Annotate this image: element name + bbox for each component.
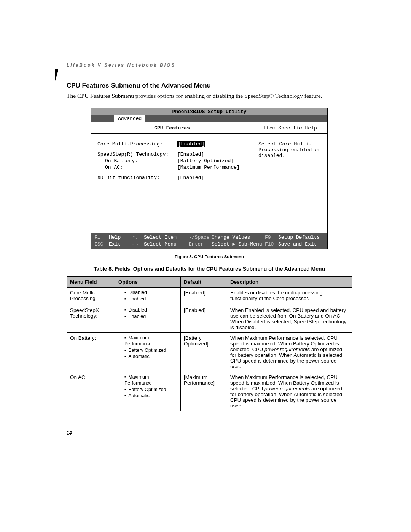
intro-paragraph: The CPU Features Submenu provides option… <box>67 93 352 99</box>
key-select-item: Select Item <box>144 234 189 241</box>
setting-label: On AC: <box>97 165 177 170</box>
setting-value: [Enabled] <box>177 152 204 157</box>
key-f9: F9 <box>265 234 278 241</box>
key-submenu: Select ▶ Sub-Menu <box>212 241 265 248</box>
cell-default: [Enabled] <box>181 288 227 305</box>
option-item: Battery Optimized <box>124 387 177 393</box>
option-item: Battery Optimized <box>124 348 177 354</box>
col-menu-field: Menu Field <box>67 277 115 288</box>
key-esc: ESC <box>94 241 109 248</box>
setting-value: [Enabled] <box>177 175 204 181</box>
setting-on-battery[interactable]: On Battery: [Battery Optimized] <box>97 158 247 164</box>
setting-xd-bit[interactable]: XD Bit functionality: [Enabled] <box>97 175 247 181</box>
tab-advanced[interactable]: Advanced <box>114 115 145 122</box>
cell-options: Maximum Performance Battery Optimized Au… <box>115 372 181 411</box>
cell-field: On AC: <box>67 372 115 411</box>
page-number: 14 <box>67 430 352 436</box>
cell-default: [Battery Optimized] <box>181 333 227 372</box>
table-row: SpeedStep® Technology: Disabled Enabled … <box>67 305 352 333</box>
option-item: Automatic <box>124 393 177 399</box>
cell-options: Maximum Performance Battery Optimized Au… <box>115 333 181 372</box>
col-default: Default <box>181 277 227 288</box>
cell-field: SpeedStep® Technology: <box>67 305 115 333</box>
header-product-line: LifeBook V Series Notebook BIOS <box>67 62 352 68</box>
bios-tab-spacer <box>91 115 114 122</box>
bios-key-footer: F1 Help ↑↓ Select Item -/Space Change Va… <box>91 233 327 249</box>
option-item: Maximum Performance <box>124 374 177 386</box>
setting-value: [Maximum Performance] <box>177 165 240 170</box>
setting-label: On Battery: <box>97 158 177 164</box>
setting-label: XD Bit functionality: <box>97 175 177 181</box>
table-header-row: Menu Field Options Default Description <box>67 277 352 288</box>
cell-field: On Battery: <box>67 333 115 372</box>
option-item: Disabled <box>124 290 177 296</box>
bios-settings-list: Core Multi-Processing: [Enabled] SpeedSt… <box>91 134 253 233</box>
bios-help-title: Item Specific Help <box>253 122 327 134</box>
arrows-horizontal-icon: ←→ <box>132 241 144 248</box>
key-change-values: Change Values <box>212 234 265 241</box>
option-item: Enabled <box>124 314 177 320</box>
cell-description: When Maximum Performance is selected, CP… <box>227 333 352 372</box>
table-row: On AC: Maximum Performance Battery Optim… <box>67 372 352 411</box>
cell-field: Core Multi-Processing <box>67 288 115 305</box>
cell-options: Disabled Enabled <box>115 305 181 333</box>
cell-options: Disabled Enabled <box>115 288 181 305</box>
bios-left-pane: CPU Features Core Multi-Processing: [Ena… <box>91 122 253 233</box>
setting-value: [Battery Optimized] <box>177 158 234 164</box>
cell-description: When Enabled is selected, CPU speed and … <box>227 305 352 333</box>
bios-screenshot: PhoenixBIOS Setup Utility Advanced CPU F… <box>91 108 328 249</box>
key-space: -/Space <box>189 234 212 241</box>
spec-table: Menu Field Options Default Description C… <box>67 276 352 411</box>
bios-body: CPU Features Core Multi-Processing: [Ena… <box>91 122 327 233</box>
key-f1: F1 <box>94 234 109 241</box>
key-f10: F10 <box>265 241 278 248</box>
header-rule <box>67 70 352 70</box>
bios-utility-title: PhoenixBIOS Setup Utility <box>91 108 327 115</box>
bios-footer-row-2: ESC Exit ←→ Select Menu Enter Select ▶ S… <box>94 241 324 248</box>
option-item: Enabled <box>124 296 177 302</box>
setting-on-ac[interactable]: On AC: [Maximum Performance] <box>97 165 247 170</box>
cell-default: [Maximum Performance] <box>181 372 227 411</box>
table-row: On Battery: Maximum Performance Battery … <box>67 333 352 372</box>
bios-submenu-title: CPU Features <box>91 122 253 134</box>
cell-default: [Enabled] <box>181 305 227 333</box>
page-header-area: LifeBook V Series Notebook BIOS <box>67 62 352 70</box>
figure-caption: Figure 8. CPU Features Submenu <box>67 254 352 259</box>
setting-core-multi-processing[interactable]: Core Multi-Processing: [Enabled] <box>97 141 247 147</box>
table-row: Core Multi-Processing Disabled Enabled [… <box>67 288 352 305</box>
option-item: Disabled <box>124 307 177 313</box>
key-select-menu: Select Menu <box>144 241 189 248</box>
setting-value-selected: [Enabled] <box>177 141 206 147</box>
header-arrow-icon <box>55 69 58 81</box>
section-title: CPU Features Submenu of the Advanced Men… <box>67 82 352 89</box>
setting-label: Core Multi-Processing: <box>97 141 177 147</box>
cell-description: When Maximum Performance is selected, CP… <box>227 372 352 411</box>
key-enter: Enter <box>189 241 212 248</box>
setting-label: SpeedStep(R) Technology: <box>97 152 177 157</box>
col-description: Description <box>227 277 352 288</box>
arrows-vertical-icon: ↑↓ <box>132 234 144 241</box>
page-container: LifeBook V Series Notebook BIOS CPU Feat… <box>0 0 411 451</box>
option-item: Automatic <box>124 354 177 360</box>
table-caption: Table 8: Fields, Options and Defaults fo… <box>67 266 352 272</box>
bios-footer-row-1: F1 Help ↑↓ Select Item -/Space Change Va… <box>94 234 324 241</box>
option-item: Maximum Performance <box>124 335 177 347</box>
bios-help-pane: Item Specific Help Select Core Multi-Pro… <box>253 122 327 233</box>
bios-tab-bar: Advanced <box>91 115 327 122</box>
key-f10-label: Save and Exit <box>278 241 324 248</box>
key-f1-label: Help <box>109 234 132 241</box>
cell-description: Enables or disables the multi-processing… <box>227 288 352 305</box>
setting-speedstep[interactable]: SpeedStep(R) Technology: [Enabled] <box>97 152 247 157</box>
key-f9-label: Setup Defaults <box>278 234 324 241</box>
bios-help-body: Select Core Multi-Processing enabled or … <box>253 134 327 233</box>
key-esc-label: Exit <box>109 241 132 248</box>
col-options: Options <box>115 277 181 288</box>
